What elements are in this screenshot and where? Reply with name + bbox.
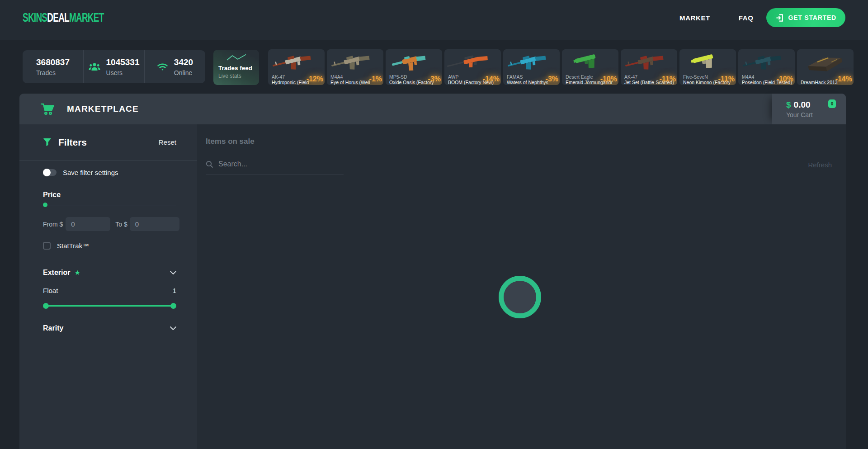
loading-spinner — [499, 276, 541, 318]
stat-trades: 3680837 Trades — [23, 50, 83, 83]
marketplace-bar: MARKETPLACE $0.00 Your Cart 0 — [19, 94, 846, 124]
refresh-button[interactable]: Refresh — [808, 161, 832, 169]
stat-online: 3420 Online — [144, 50, 205, 83]
ticker-item-card[interactable]: Desert EagleEmerald Jörmungandr (Factory… — [562, 49, 618, 85]
nav-links: MARKET FAQ GET STARTED — [679, 8, 845, 27]
top-navigation: SKINSDEALMARKET MARKET FAQ GET STARTED — [0, 0, 868, 40]
chevron-down-icon — [170, 271, 176, 274]
rarity-section-header[interactable]: Rarity — [43, 324, 176, 332]
cart-summary[interactable]: $0.00 Your Cart 0 — [772, 94, 846, 124]
ticker-item-card[interactable]: AK-47Jet Set (Battle-Scarred)-11% — [621, 49, 677, 85]
ticker-item-card[interactable]: FAMASWaters of Nephthys (Factory New)-3% — [503, 49, 560, 85]
users-icon — [89, 62, 100, 71]
save-filter-toggle[interactable] — [43, 169, 57, 176]
chevron-down-icon — [170, 326, 176, 330]
ticker-item-discount: -12% — [307, 75, 323, 83]
ticker-item-card[interactable]: M4A4Poseidon (Field-Tested)-10% — [738, 49, 795, 85]
ticker-item-discount: -10% — [777, 75, 793, 83]
price-slider[interactable] — [43, 203, 176, 207]
exterior-section-header[interactable]: Exterior ★ — [43, 269, 176, 277]
reset-filters-button[interactable]: Reset — [159, 138, 176, 146]
weapon-image — [689, 49, 725, 76]
ticker-item-card[interactable]: M4A4Eye of Horus (Well-Worn)-1% — [327, 49, 383, 85]
price-to-label: To $ — [115, 221, 127, 228]
ticker-item-discount: -3% — [428, 75, 441, 83]
float-value: 1 — [173, 287, 176, 294]
ticker: AK-47Hydroponic (Field-Tested)-12%M4A4Ey… — [268, 49, 868, 85]
cart-label: Your Cart — [786, 111, 846, 118]
weapon-image — [390, 49, 437, 78]
ticker-item-card[interactable]: DreamHack 2013 Souvenir Package-14% — [797, 49, 854, 85]
weapon-image — [571, 49, 607, 76]
price-range-row: From $ To $ — [43, 217, 176, 231]
filter-funnel-icon — [43, 138, 52, 147]
filters-title: Filters — [58, 137, 87, 148]
ticker-item-discount: -14% — [835, 75, 852, 83]
currency-symbol: $ — [786, 100, 791, 109]
price-from-input[interactable] — [66, 217, 110, 231]
price-section-label: Price — [43, 191, 176, 199]
price-to-input[interactable] — [130, 217, 179, 231]
search-bar — [206, 160, 344, 175]
brand-part-deal: DEAL — [47, 11, 69, 24]
float-slider[interactable] — [43, 303, 176, 309]
brand-part-market: MARKET — [69, 11, 104, 24]
line-chart-icon — [226, 54, 247, 61]
star-icon: ★ — [74, 269, 80, 276]
toggle-knob — [43, 169, 51, 176]
save-filter-label: Save filter settings — [63, 169, 118, 176]
online-count: 3420 — [174, 57, 193, 67]
save-filter-row: Save filter settings — [43, 169, 176, 176]
site-stats-card: 3680837 Trades 1045331 Users 3420 Online — [23, 50, 205, 83]
trades-feed-card[interactable]: Trades feed Live stats — [213, 50, 259, 85]
price-from-label: From $ — [43, 221, 63, 228]
ticker-item-discount: -10% — [600, 75, 617, 83]
ticker-item-discount: -11% — [660, 75, 676, 83]
cart-icon — [41, 103, 55, 115]
stats-strip: 3680837 Trades 1045331 Users 3420 Online… — [0, 49, 868, 85]
ticker-item-discount: -11% — [718, 75, 735, 83]
cart-amount: 0.00 — [794, 100, 811, 109]
nav-faq-link[interactable]: FAQ — [739, 14, 754, 22]
float-slider-handle-max[interactable] — [170, 303, 176, 309]
stat-users: 1045331 Users — [83, 50, 144, 83]
price-slider-handle[interactable] — [43, 203, 47, 207]
ticker-item-discount: -14% — [483, 75, 500, 83]
float-slider-track — [45, 305, 175, 307]
get-started-button[interactable]: GET STARTED — [766, 8, 845, 27]
items-panel: Items on sale Refresh — [197, 124, 846, 449]
trades-feed-title: Trades feed — [218, 65, 254, 71]
ticker-item-discount: -3% — [546, 75, 558, 83]
ticker-item-card[interactable]: AK-47Hydroponic (Field-Tested)-12% — [268, 49, 325, 85]
filters-sidebar: Filters Reset Save filter settings Price… — [19, 124, 197, 449]
exterior-title: Exterior — [43, 269, 70, 277]
float-row: Float 1 — [43, 287, 176, 294]
rarity-title: Rarity — [43, 324, 63, 332]
get-started-label: GET STARTED — [788, 14, 836, 21]
login-icon — [775, 14, 784, 22]
trades-count: 3680837 — [36, 57, 70, 67]
cart-count-badge: 0 — [828, 99, 836, 108]
float-label: Float — [43, 287, 58, 294]
ticker-item-card[interactable]: MP5-SDOxide Oasis (Factory New)-3% — [386, 49, 442, 85]
stattrak-checkbox[interactable] — [43, 242, 51, 250]
ticker-item-card[interactable]: Five-SeveNNeon Kimono (Factory New)-11% — [679, 49, 736, 85]
items-on-sale-heading: Items on sale — [206, 137, 255, 146]
ticker-item-card[interactable]: AWPBOOM (Factory New)-14% — [444, 49, 501, 85]
price-slider-track — [43, 205, 176, 205]
brand-logo[interactable]: SKINSDEALMARKET — [23, 11, 104, 25]
nav-market-link[interactable]: MARKET — [679, 14, 710, 22]
stattrak-row[interactable]: StatTrak™ — [43, 242, 176, 250]
search-input[interactable] — [218, 160, 331, 168]
trades-label: Trades — [36, 69, 70, 76]
users-label: Users — [106, 69, 140, 76]
cart-total: $0.00 — [786, 100, 846, 110]
search-icon — [206, 161, 213, 168]
online-label: Online — [174, 69, 193, 76]
filters-header: Filters Reset — [19, 124, 197, 161]
float-slider-handle-min[interactable] — [43, 303, 49, 309]
online-wifi-icon — [157, 62, 168, 71]
users-count: 1045331 — [106, 57, 140, 67]
marketplace-title: MARKETPLACE — [67, 104, 139, 114]
stattrak-label: StatTrak™ — [57, 242, 89, 250]
